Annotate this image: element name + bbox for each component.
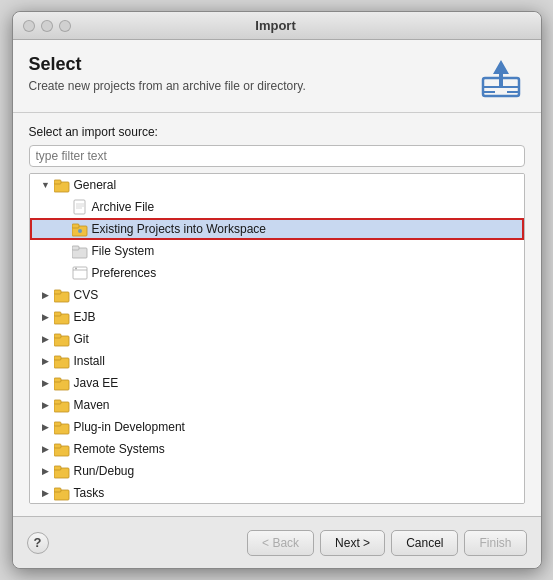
item-label-cvs: CVS (74, 286, 99, 304)
expand-arrow-remote-systems[interactable] (40, 443, 52, 455)
folder-icon-remote-systems (54, 441, 70, 457)
button-bar: ? < Back Next > Cancel Finish (13, 516, 541, 568)
folder-icon-existing-projects (72, 221, 88, 237)
item-label-plugin-dev: Plug-in Development (74, 418, 185, 436)
expand-arrow-cvs[interactable] (40, 289, 52, 301)
dialog-title: Select (29, 54, 467, 75)
folder-icon-cvs (54, 287, 70, 303)
folder-icon-git (54, 331, 70, 347)
folder-icon-tasks (54, 485, 70, 501)
tree-item-remote-systems[interactable]: Remote Systems (30, 438, 524, 460)
svg-marker-2 (493, 60, 509, 86)
svg-rect-34 (54, 444, 61, 448)
svg-rect-20 (54, 290, 61, 294)
item-label-general: General (74, 176, 117, 194)
tree-item-git[interactable]: Git (30, 328, 524, 350)
item-label-preferences: Preferences (92, 264, 157, 282)
svg-rect-26 (54, 356, 61, 360)
svg-point-18 (75, 268, 77, 270)
tree-item-javaee[interactable]: Java EE (30, 372, 524, 394)
source-label: Select an import source: (29, 125, 525, 139)
folder-icon-maven (54, 397, 70, 413)
svg-rect-15 (72, 246, 79, 250)
expand-arrow-archive-file[interactable] (58, 201, 70, 213)
svg-rect-24 (54, 334, 61, 338)
svg-rect-38 (54, 488, 61, 492)
dialog-header: Select Create new projects from an archi… (13, 40, 541, 113)
filter-input[interactable] (29, 145, 525, 167)
tree-item-ejb[interactable]: EJB (30, 306, 524, 328)
expand-arrow-existing-projects[interactable] (58, 223, 70, 235)
expand-arrow-general[interactable] (40, 179, 52, 191)
folder-icon-preferences (72, 265, 88, 281)
item-label-maven: Maven (74, 396, 110, 414)
finish-button[interactable]: Finish (464, 530, 526, 556)
svg-rect-7 (74, 200, 85, 214)
item-label-install: Install (74, 352, 105, 370)
cancel-button[interactable]: Cancel (391, 530, 458, 556)
svg-rect-22 (54, 312, 61, 316)
folder-icon-file-system (72, 243, 88, 259)
expand-arrow-preferences[interactable] (58, 267, 70, 279)
expand-arrow-file-system[interactable] (58, 245, 70, 257)
item-label-archive-file: Archive File (92, 198, 155, 216)
import-source-tree[interactable]: General Archive File Existing Projects i… (29, 173, 525, 504)
tree-item-tasks[interactable]: Tasks (30, 482, 524, 504)
dialog-description: Create new projects from an archive file… (29, 79, 467, 93)
expand-arrow-maven[interactable] (40, 399, 52, 411)
expand-arrow-javaee[interactable] (40, 377, 52, 389)
expand-arrow-run-debug[interactable] (40, 465, 52, 477)
svg-point-13 (78, 229, 82, 233)
tree-item-file-system[interactable]: File System (30, 240, 524, 262)
help-button[interactable]: ? (27, 532, 49, 554)
tree-item-maven[interactable]: Maven (30, 394, 524, 416)
svg-rect-36 (54, 466, 61, 470)
item-label-ejb: EJB (74, 308, 96, 326)
svg-rect-6 (54, 180, 61, 184)
folder-icon-install (54, 353, 70, 369)
window-title: Import (21, 18, 531, 33)
item-label-javaee: Java EE (74, 374, 119, 392)
expand-arrow-git[interactable] (40, 333, 52, 345)
expand-arrow-ejb[interactable] (40, 311, 52, 323)
tree-item-plugin-dev[interactable]: Plug-in Development (30, 416, 524, 438)
titlebar: Import (13, 12, 541, 40)
item-label-existing-projects: Existing Projects into Workspace (92, 220, 267, 238)
tree-item-archive-file[interactable]: Archive File (30, 196, 524, 218)
folder-icon-javaee (54, 375, 70, 391)
expand-arrow-install[interactable] (40, 355, 52, 367)
svg-rect-28 (54, 378, 61, 382)
dialog-content: Select an import source: General Archive… (13, 113, 541, 516)
folder-icon-ejb (54, 309, 70, 325)
item-label-run-debug: Run/Debug (74, 462, 135, 480)
expand-arrow-tasks[interactable] (40, 487, 52, 499)
svg-rect-32 (54, 422, 61, 426)
tree-item-install[interactable]: Install (30, 350, 524, 372)
folder-icon-plugin-dev (54, 419, 70, 435)
dialog-icon (477, 54, 525, 102)
tree-item-general[interactable]: General (30, 174, 524, 196)
next-button[interactable]: Next > (320, 530, 385, 556)
svg-rect-12 (72, 224, 79, 228)
item-label-git: Git (74, 330, 89, 348)
tree-item-cvs[interactable]: CVS (30, 284, 524, 306)
tree-item-run-debug[interactable]: Run/Debug (30, 460, 524, 482)
import-dialog: Import Select Create new projects from a… (12, 11, 542, 569)
folder-icon-archive-file (72, 199, 88, 215)
folder-icon-general (54, 177, 70, 193)
tree-item-existing-projects[interactable]: Existing Projects into Workspace (30, 218, 524, 240)
folder-icon-run-debug (54, 463, 70, 479)
svg-rect-1 (483, 86, 519, 88)
back-button[interactable]: < Back (247, 530, 314, 556)
svg-rect-30 (54, 400, 61, 404)
item-label-file-system: File System (92, 242, 155, 260)
tree-item-preferences[interactable]: Preferences (30, 262, 524, 284)
header-text: Select Create new projects from an archi… (29, 54, 467, 93)
item-label-tasks: Tasks (74, 484, 105, 502)
item-label-remote-systems: Remote Systems (74, 440, 165, 458)
expand-arrow-plugin-dev[interactable] (40, 421, 52, 433)
